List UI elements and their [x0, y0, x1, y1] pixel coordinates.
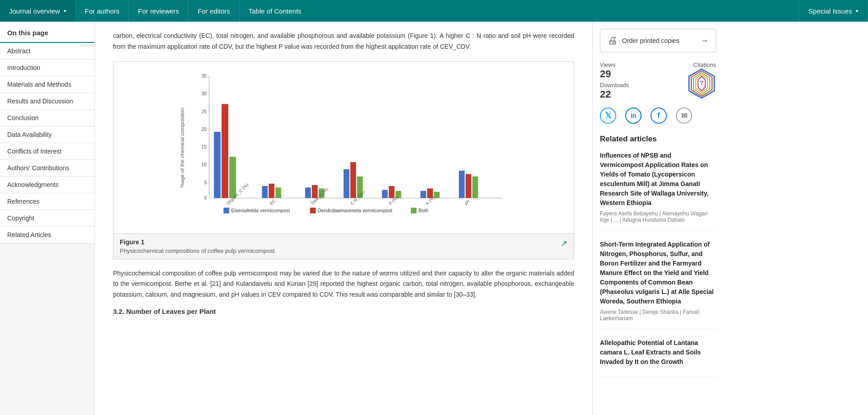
svg-text:?: ?	[700, 79, 703, 86]
facebook-share-button[interactable]: f	[651, 107, 667, 124]
sidebar-item-acknowledgments[interactable]: Acknowledgments	[0, 177, 94, 193]
figure-caption-bar: Figure 1 Physicochemical compositions of…	[113, 233, 574, 259]
views-value: 29	[600, 68, 629, 80]
nav-special-issues[interactable]: Special Issues ▾	[799, 0, 868, 22]
top-nav: Journal overview ▾ For authors For revie…	[0, 0, 868, 22]
main-content: carbon, electrical conductivity (EC), to…	[95, 22, 592, 415]
chevron-down-icon: ▾	[64, 8, 66, 14]
svg-rect-24	[275, 187, 281, 198]
citations-label: Citations	[687, 61, 716, 68]
svg-rect-18	[214, 132, 221, 198]
sidebar-item-authors-contributions[interactable]: Authors' Contributions	[0, 160, 94, 177]
sidebar-item-data-availability[interactable]: Data Availability	[0, 126, 94, 143]
chart-svg: %age of the chemical composition 35 30 2…	[123, 71, 565, 224]
sidebar-item-related-articles[interactable]: Related Articles	[0, 227, 94, 243]
downloads-value: 22	[600, 89, 629, 100]
svg-text:Dendrobaenaveneta vermicompost: Dendrobaenaveneta vermicompost	[318, 208, 392, 213]
related-article-1-authors: Fayera Asefa Bebayehu | Alemayehu Wagari…	[600, 210, 716, 223]
related-article-2: Short-Term Integrated Application of Nit…	[600, 240, 716, 329]
related-article-2-authors: Awene Tadesse | Dereje Shanka | Fanuel L…	[600, 309, 716, 322]
svg-rect-44	[472, 176, 478, 198]
related-article-1-title[interactable]: Influences of NPSB and Vermicompost Appl…	[600, 151, 716, 208]
sidebar-item-conclusion[interactable]: Conclusion	[0, 110, 94, 126]
svg-rect-20	[229, 157, 236, 198]
sidebar-item-abstract[interactable]: Abstract	[0, 43, 94, 60]
svg-rect-34	[382, 190, 388, 198]
stats-row: Views 29 Downloads 22 Citations ?	[600, 61, 716, 100]
nav-table-of-contents[interactable]: Table of Contents	[240, 0, 799, 22]
svg-rect-46	[223, 207, 229, 213]
linkedin-share-button[interactable]: in	[625, 107, 642, 124]
svg-rect-50	[411, 207, 417, 213]
sidebar-item-references[interactable]: References	[0, 193, 94, 210]
sidebar-item-materials-methods[interactable]: Materials and Methods	[0, 76, 94, 93]
social-row: 𝕏 in f ✉	[600, 107, 716, 124]
related-article-1: Influences of NPSB and Vermicompost Appl…	[600, 151, 716, 231]
sidebar-item-introduction[interactable]: Introduction	[0, 60, 94, 76]
sidebar-header: On this page	[0, 22, 94, 43]
intro-paragraph: carbon, electrical conductivity (EC), to…	[113, 31, 574, 52]
order-copies-label: Order printed copies	[622, 37, 679, 44]
figure-1-container: %age of the chemical composition 35 30 2…	[113, 61, 574, 259]
nav-journal-overview[interactable]: Journal overview ▾	[0, 0, 76, 22]
svg-text:30: 30	[201, 91, 207, 96]
svg-text:5: 5	[204, 179, 207, 185]
views-label: Views	[600, 61, 629, 68]
svg-text:Eiseniafetida vermicompost: Eiseniafetida vermicompost	[231, 208, 290, 213]
nav-for-reviewers[interactable]: For reviewers	[129, 0, 189, 22]
related-article-3-title[interactable]: Allelopathic Potential of Lantana camara…	[600, 338, 716, 367]
sidebar-item-results-discussion[interactable]: Results and Discussion	[0, 93, 94, 110]
twitter-share-button[interactable]: 𝕏	[600, 107, 616, 124]
svg-text:15: 15	[201, 144, 207, 149]
svg-text:pH: pH	[463, 198, 471, 205]
svg-text:EC: EC	[269, 198, 276, 205]
body-paragraph: Physicochemical composition of coffee pu…	[113, 268, 574, 300]
email-share-button[interactable]: ✉	[676, 107, 692, 124]
downloads-label: Downloads	[600, 82, 629, 89]
svg-rect-22	[262, 186, 268, 198]
related-articles-title: Related articles	[600, 135, 716, 144]
svg-text:0: 0	[204, 195, 207, 200]
right-panel: 🖨 Order printed copies → Views 29 Downlo…	[592, 22, 723, 415]
figure-label: Figure 1	[120, 238, 276, 246]
svg-text:35: 35	[201, 73, 207, 78]
svg-rect-48	[310, 207, 316, 213]
svg-rect-42	[459, 171, 465, 198]
sidebar: On this page Abstract Introduction Mater…	[0, 22, 95, 415]
section-heading: 3.2. Number of Leaves per Plant	[113, 308, 574, 315]
sidebar-item-conflicts-interest[interactable]: Conflicts of Interest	[0, 143, 94, 160]
related-article-2-title[interactable]: Short-Term Integrated Application of Nit…	[600, 240, 716, 306]
svg-rect-43	[466, 174, 472, 198]
nav-for-authors[interactable]: For authors	[76, 0, 129, 22]
nav-for-editors[interactable]: For editors	[189, 0, 240, 22]
svg-text:10: 10	[201, 162, 207, 167]
svg-text:20: 20	[201, 126, 207, 131]
chevron-down-icon: ▾	[856, 8, 859, 14]
svg-text:Organic_C (%): Organic_C (%)	[226, 182, 249, 205]
svg-rect-38	[420, 191, 426, 198]
citations-badge: ?	[687, 68, 716, 99]
arrow-right-icon: →	[700, 36, 708, 46]
svg-rect-30	[344, 169, 349, 198]
svg-rect-23	[269, 183, 274, 198]
svg-text:Both: Both	[419, 208, 429, 213]
order-copies-box[interactable]: 🖨 Order printed copies →	[600, 29, 716, 52]
related-article-3: Allelopathic Potential of Lantana camara…	[600, 338, 716, 377]
svg-rect-26	[305, 187, 311, 198]
figure-chart-area: %age of the chemical composition 35 30 2…	[113, 62, 574, 233]
expand-figure-icon[interactable]: ↗	[561, 238, 567, 248]
svg-text:%age of the chemical compositi: %age of the chemical composition	[179, 107, 185, 187]
printer-icon: 🖨	[608, 35, 618, 47]
figure-caption: Physicochemical compositions of coffee p…	[120, 247, 276, 254]
svg-rect-31	[350, 162, 356, 198]
svg-text:25: 25	[201, 108, 207, 114]
svg-rect-19	[222, 104, 228, 198]
sidebar-item-copyright[interactable]: Copyright	[0, 210, 94, 227]
